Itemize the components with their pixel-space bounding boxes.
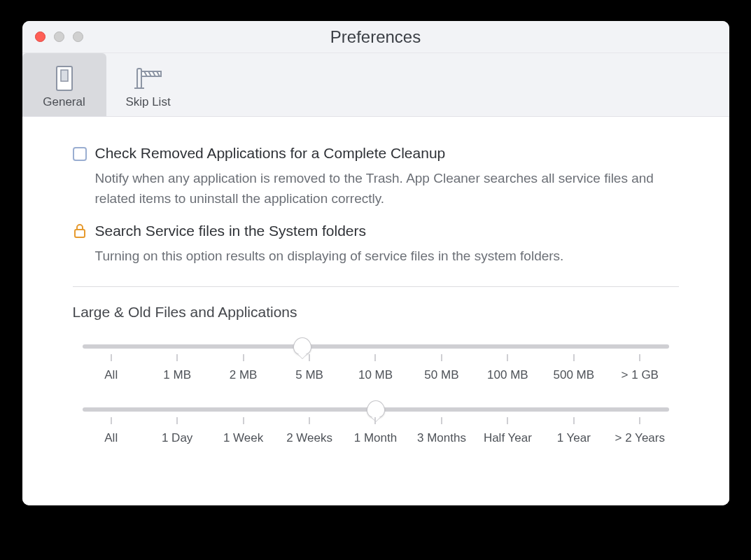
search-system-title: Search Service files in the System folde… [95,223,367,239]
section-large-old-heading: Large & Old Files and Applications [73,304,679,321]
slider-label: All [78,368,144,382]
minimize-button[interactable] [54,31,64,42]
divider [73,286,679,287]
tab-general[interactable]: General [22,53,106,116]
check-removed-checkbox[interactable] [73,147,87,161]
slider-label: > 1 GB [607,368,673,382]
content-pane: Check Removed Applications for a Complet… [22,117,729,505]
preferences-window: Preferences General [22,21,729,505]
age-slider-labels: All1 Day1 Week2 Weeks1 Month3 MonthsHalf… [78,431,673,445]
svg-rect-1 [61,70,68,81]
slider-label: 2 MB [210,368,276,382]
window-title: Preferences [22,27,729,47]
pref-search-system: Search Service files in the System folde… [73,223,679,267]
tab-skip-list-label: Skip List [106,95,190,109]
age-slider-block: All1 Day1 Week2 Weeks1 Month3 MonthsHalf… [73,407,679,445]
slider-label: Half Year [475,431,540,445]
age-slider[interactable] [83,407,669,412]
search-system-desc: Turning on this option results on displa… [95,246,676,267]
barrier-icon [106,63,190,94]
slider-label: 1 Year [541,431,607,445]
toolbar: General Skip List [22,53,729,117]
window-controls [22,31,83,42]
slider-label: All [78,431,144,445]
slider-label: 1 Month [342,431,408,445]
slider-label: 50 MB [409,368,475,382]
size-slider-block: All1 MB2 MB5 MB10 MB50 MB100 MB500 MB> 1… [73,344,679,382]
slider-label: 1 Week [210,431,276,445]
zoom-button[interactable] [73,31,83,42]
close-button[interactable] [35,31,45,42]
slider-label: 10 MB [342,368,408,382]
lock-icon [73,223,87,239]
size-slider-thumb[interactable] [293,337,311,356]
slider-label: 1 Day [144,431,210,445]
slider-label: 1 MB [144,368,210,382]
pref-check-removed: Check Removed Applications for a Complet… [73,145,679,209]
slider-label: 500 MB [541,368,607,382]
slider-label: 5 MB [276,368,342,382]
svg-rect-9 [75,230,85,237]
age-slider-thumb[interactable] [367,400,385,419]
check-removed-desc: Notify when any application is removed t… [95,169,676,209]
size-slider[interactable] [83,344,669,349]
tab-general-label: General [22,95,106,109]
size-slider-labels: All1 MB2 MB5 MB10 MB50 MB100 MB500 MB> 1… [78,368,673,382]
switch-icon [22,63,106,94]
tab-skip-list[interactable]: Skip List [106,53,190,116]
slider-label: 100 MB [475,368,540,382]
slider-label: 2 Weeks [276,431,342,445]
slider-label: > 2 Years [607,431,673,445]
slider-label: 3 Months [409,431,475,445]
titlebar: Preferences [22,21,729,53]
check-removed-title: Check Removed Applications for a Complet… [95,145,446,162]
